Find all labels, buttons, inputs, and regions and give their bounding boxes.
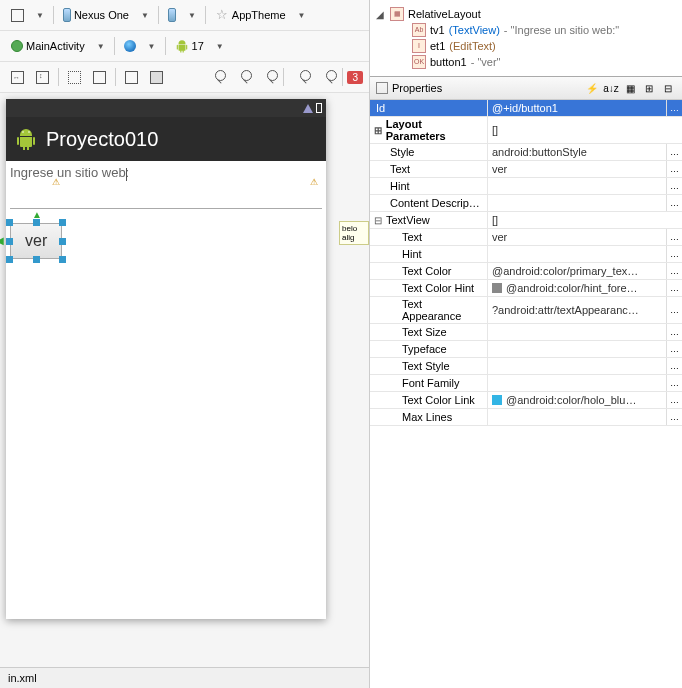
- property-more-button[interactable]: …: [666, 161, 682, 177]
- property-more-button[interactable]: …: [666, 297, 682, 323]
- resize-handle[interactable]: [6, 238, 13, 245]
- property-more-button[interactable]: …: [666, 144, 682, 160]
- property-more-button[interactable]: …: [666, 229, 682, 245]
- property-row-text-color-hint[interactable]: Text Color Hint @android:color/hint_fore…: [370, 280, 682, 297]
- property-row-text-color[interactable]: Text Color @android:color/primary_tex… …: [370, 263, 682, 280]
- property-more-button[interactable]: …: [666, 324, 682, 340]
- property-value[interactable]: @+id/button1: [488, 100, 666, 116]
- property-row-tv-hint[interactable]: Hint …: [370, 246, 682, 263]
- property-more-button[interactable]: …: [666, 246, 682, 262]
- theme-dropdown[interactable]: ▼: [293, 4, 311, 26]
- layout-config-button[interactable]: [6, 4, 29, 26]
- editor-tab[interactable]: in.xml: [0, 667, 369, 688]
- property-more-button[interactable]: …: [666, 409, 682, 425]
- align-top-button[interactable]: ↕: [31, 66, 54, 88]
- property-row-text-style[interactable]: Text Style …: [370, 358, 682, 375]
- zoom-reset-button[interactable]: [229, 66, 253, 88]
- lint-marker[interactable]: belo alig: [339, 221, 369, 245]
- property-value[interactable]: [488, 341, 666, 357]
- property-value[interactable]: ver: [488, 161, 666, 177]
- bounds-button[interactable]: [63, 66, 86, 88]
- resize-handle[interactable]: [33, 256, 40, 263]
- property-value[interactable]: [488, 195, 666, 211]
- collapse-icon[interactable]: ⊟: [372, 215, 384, 226]
- property-value[interactable]: [488, 178, 666, 194]
- property-value[interactable]: []: [488, 212, 682, 228]
- grid-button[interactable]: [88, 66, 111, 88]
- filter-button[interactable]: ⚡: [584, 80, 600, 96]
- property-more-button[interactable]: …: [666, 375, 682, 391]
- sort-button[interactable]: a↓z: [603, 80, 619, 96]
- resize-handle[interactable]: [6, 219, 13, 226]
- property-row-hint[interactable]: Hint …: [370, 178, 682, 195]
- property-row-id[interactable]: Id @+id/button1 …: [370, 100, 682, 117]
- property-more-button[interactable]: …: [666, 263, 682, 279]
- outline-node-et[interactable]: I et1 (EditText): [374, 38, 678, 54]
- property-value[interactable]: @android:color/primary_tex…: [488, 263, 666, 279]
- clip-button[interactable]: [120, 66, 143, 88]
- theme-selector[interactable]: ☆ AppTheme: [210, 4, 291, 26]
- property-more-button[interactable]: …: [666, 358, 682, 374]
- property-value[interactable]: ver: [488, 229, 666, 245]
- property-more-button[interactable]: …: [666, 341, 682, 357]
- design-canvas[interactable]: Proyecto010 Ingrese un sitio web: ⚠ ⚠ ◀ …: [0, 93, 369, 667]
- property-more-button[interactable]: …: [666, 280, 682, 296]
- property-row-tv-text[interactable]: Text ver …: [370, 229, 682, 246]
- property-value[interactable]: [488, 358, 666, 374]
- property-row-style[interactable]: Style android:buttonStyle …: [370, 144, 682, 161]
- property-value[interactable]: []: [488, 117, 682, 143]
- outline-node-button[interactable]: OK button1 - "ver": [374, 54, 678, 70]
- resize-handle[interactable]: [59, 256, 66, 263]
- property-row-content-desc[interactable]: Content Descrip… …: [370, 195, 682, 212]
- property-value[interactable]: @android:color/hint_fore…: [506, 282, 638, 294]
- button-widget-selected[interactable]: ◀ ▲ ver: [10, 223, 62, 259]
- resize-handle[interactable]: [59, 238, 66, 245]
- property-row-text-size[interactable]: Text Size …: [370, 324, 682, 341]
- zoom-fit-button[interactable]: [203, 66, 227, 88]
- textview-widget[interactable]: Ingrese un sitio web:: [10, 165, 129, 180]
- outline-node-tv[interactable]: Ab tv1 (TextView) - "Ingrese un sitio we…: [374, 22, 678, 38]
- property-row-max-lines[interactable]: Max Lines …: [370, 409, 682, 426]
- property-value[interactable]: android:buttonStyle: [488, 144, 666, 160]
- activity-selector[interactable]: MainActivity: [6, 35, 90, 57]
- align-left-button[interactable]: ↔: [6, 66, 29, 88]
- activity-dropdown[interactable]: ▼: [92, 35, 110, 57]
- layout-config-dropdown[interactable]: ▼: [31, 4, 49, 26]
- property-row-text-appearance[interactable]: Text Appearance ?android:attr/textAppear…: [370, 297, 682, 324]
- device-selector[interactable]: Nexus One: [58, 4, 134, 26]
- property-value[interactable]: [488, 246, 666, 262]
- expander-icon[interactable]: ◢: [376, 9, 386, 20]
- outline-node-root[interactable]: ◢ ▦ RelativeLayout: [374, 6, 678, 22]
- property-more-button[interactable]: …: [666, 392, 682, 408]
- zoom-out-button[interactable]: [288, 66, 312, 88]
- api-selector[interactable]: 17: [170, 35, 209, 57]
- property-row-typeface[interactable]: Typeface …: [370, 341, 682, 358]
- property-value[interactable]: [488, 324, 666, 340]
- zoom-100-button[interactable]: [255, 66, 279, 88]
- expand-all-button[interactable]: ⊞: [641, 80, 657, 96]
- property-value[interactable]: [488, 409, 666, 425]
- mask-button[interactable]: [145, 66, 168, 88]
- locale-dropdown[interactable]: ▼: [143, 35, 161, 57]
- warning-badge[interactable]: 3: [347, 71, 363, 84]
- resize-handle[interactable]: [59, 219, 66, 226]
- property-row-textview-group[interactable]: ⊟TextView []: [370, 212, 682, 229]
- property-row-text-color-link[interactable]: Text Color Link @android:color/holo_blu……: [370, 392, 682, 409]
- property-value[interactable]: [488, 375, 666, 391]
- property-more-button[interactable]: …: [666, 100, 682, 116]
- property-row-font-family[interactable]: Font Family …: [370, 375, 682, 392]
- property-more-button[interactable]: …: [666, 195, 682, 211]
- device-dropdown[interactable]: ▼: [136, 4, 154, 26]
- edittext-widget[interactable]: ⚠ ⚠: [10, 185, 322, 209]
- property-more-button[interactable]: …: [666, 178, 682, 194]
- resize-handle[interactable]: [33, 219, 40, 226]
- orientation-button[interactable]: [163, 4, 181, 26]
- zoom-in-button[interactable]: [314, 66, 338, 88]
- property-row-layout-params[interactable]: ⊞Layout Parameters []: [370, 117, 682, 144]
- orientation-dropdown[interactable]: ▼: [183, 4, 201, 26]
- resize-handle[interactable]: [6, 256, 13, 263]
- expand-icon[interactable]: ⊞: [372, 125, 384, 136]
- collapse-all-button[interactable]: ⊟: [660, 80, 676, 96]
- property-value[interactable]: ?android:attr/textAppearanc…: [488, 297, 666, 323]
- property-row-text[interactable]: Text ver …: [370, 161, 682, 178]
